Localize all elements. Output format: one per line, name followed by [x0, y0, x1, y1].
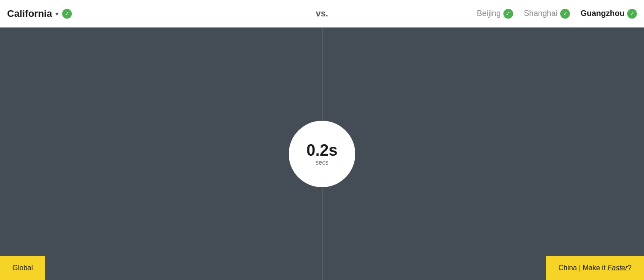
- shanghai-label: Shanghai: [524, 9, 558, 18]
- left-location-check-icon: ✓: [62, 9, 72, 19]
- header: California ▾ ✓ vs. Beijing ✓ Shanghai ✓ …: [0, 0, 644, 28]
- header-right: Beijing ✓ Shanghai ✓ Guangzhou ✓: [477, 9, 637, 19]
- vs-label: vs.: [316, 8, 328, 19]
- shanghai-check-icon: ✓: [560, 9, 570, 19]
- beijing-check-icon: ✓: [503, 9, 513, 19]
- main-area: 0.2s secs Global China | Make it Faster?: [0, 28, 644, 280]
- location-item-guangzhou[interactable]: Guangzhou ✓: [581, 9, 637, 19]
- china-badge[interactable]: China | Make it Faster?: [546, 256, 644, 280]
- location-item-beijing[interactable]: Beijing ✓: [477, 9, 513, 19]
- beijing-label: Beijing: [477, 9, 501, 18]
- time-unit: secs: [316, 159, 329, 166]
- left-location-name: California: [7, 8, 52, 20]
- china-suffix: ?: [628, 264, 632, 272]
- guangzhou-label: Guangzhou: [581, 9, 624, 18]
- guangzhou-check-icon: ✓: [627, 9, 637, 19]
- time-value: 0.2s: [306, 142, 338, 159]
- global-badge[interactable]: Global: [0, 256, 45, 280]
- header-left: California ▾ ✓: [7, 8, 72, 20]
- time-circle: 0.2s secs: [289, 121, 355, 187]
- faster-link[interactable]: Faster: [608, 264, 628, 272]
- china-prefix: China | Make it: [558, 264, 608, 272]
- global-label: Global: [12, 264, 33, 272]
- chevron-down-icon[interactable]: ▾: [55, 10, 59, 17]
- location-item-shanghai[interactable]: Shanghai ✓: [524, 9, 570, 19]
